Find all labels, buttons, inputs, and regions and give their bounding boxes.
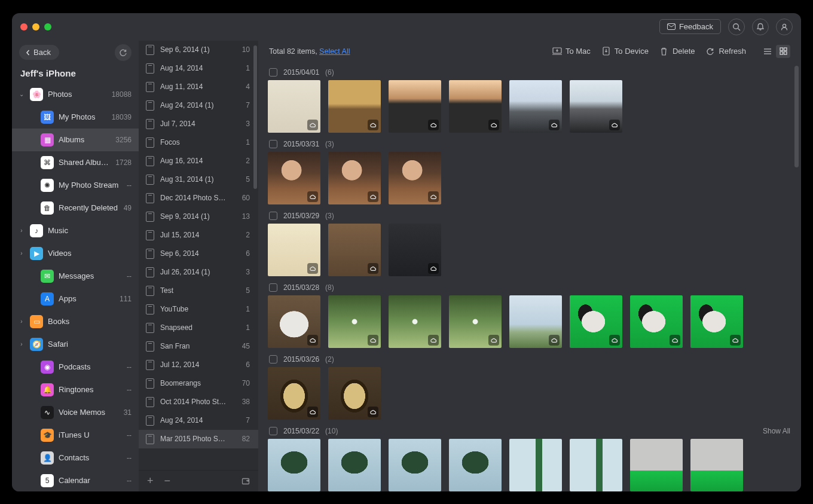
photo-thumbnail[interactable]: [570, 439, 622, 491]
album-item[interactable]: Aug 14, 20141: [139, 59, 258, 78]
gallery-scrollbar-thumb[interactable]: [794, 66, 799, 167]
group-checkbox[interactable]: [269, 283, 277, 292]
remove-album-button[interactable]: −: [164, 475, 171, 486]
photo-thumbnail[interactable]: [268, 367, 320, 420]
album-item[interactable]: Boomerangs70: [139, 374, 258, 393]
nav-item-videos[interactable]: ›▶Videos: [12, 242, 139, 265]
sync-button[interactable]: [115, 44, 132, 61]
photo-thumbnail[interactable]: [328, 295, 381, 348]
nav-item-contacts[interactable]: ·👤Contacts--: [12, 447, 139, 469]
nav-item-safari[interactable]: ›🧭Safari: [12, 333, 139, 356]
list-view-button[interactable]: [760, 45, 775, 58]
photo-thumbnail[interactable]: [328, 224, 381, 276]
photo-thumbnail[interactable]: [389, 152, 441, 204]
albums-scrollbar-thumb[interactable]: [253, 45, 257, 189]
nav-item-stream[interactable]: ✺My Photo Stream--: [12, 174, 139, 197]
nav-item-calendar[interactable]: ·5Calendar--: [12, 469, 139, 491]
photo-thumbnail[interactable]: [268, 295, 320, 348]
albums-scrollbar-track[interactable]: [253, 45, 257, 466]
album-item[interactable]: Aug 11, 20144: [139, 78, 258, 96]
photo-thumbnail[interactable]: [389, 224, 441, 276]
album-item[interactable]: Jul 26, 2014 (1)3: [139, 263, 258, 282]
photo-thumbnail[interactable]: [268, 439, 320, 491]
photo-thumbnail[interactable]: [570, 295, 622, 348]
album-item[interactable]: Focos1: [139, 133, 258, 152]
select-all-link[interactable]: Select All: [319, 47, 350, 56]
add-album-button[interactable]: +: [147, 475, 154, 486]
nav-item-trash[interactable]: 🗑Recently Deleted49: [12, 197, 139, 219]
album-item[interactable]: Sep 6, 2014 (1)10: [139, 41, 258, 59]
photo-thumbnail[interactable]: [449, 295, 502, 348]
photo-thumbnail[interactable]: [449, 80, 502, 133]
photo-thumbnail[interactable]: [268, 80, 320, 133]
photo-thumbnail[interactable]: [389, 80, 441, 133]
group-checkbox[interactable]: [269, 68, 277, 77]
nav-item-photos[interactable]: ⌄🌸Photos18088: [12, 83, 139, 106]
album-item[interactable]: Jul 7, 20143: [139, 115, 258, 133]
nav-item-apps[interactable]: ·AApps111: [12, 288, 139, 310]
photo-thumbnail[interactable]: [328, 80, 381, 133]
album-item[interactable]: Test5: [139, 282, 258, 300]
album-item[interactable]: YouTube1: [139, 300, 258, 319]
to-device-button[interactable]: To Device: [601, 47, 649, 56]
photo-thumbnail[interactable]: [630, 439, 683, 491]
nav-item-my-photos[interactable]: 🖼My Photos18039: [12, 106, 139, 129]
fullscreen-window-button[interactable]: [44, 23, 51, 30]
group-checkbox[interactable]: [269, 140, 277, 148]
photo-thumbnail[interactable]: [690, 439, 743, 491]
photo-thumbnail[interactable]: [328, 367, 381, 420]
photo-thumbnail[interactable]: [630, 295, 683, 348]
album-item[interactable]: Dec 2014 Photo S…60: [139, 189, 258, 207]
show-all-link[interactable]: Show All: [763, 427, 790, 435]
photo-thumbnail[interactable]: [328, 439, 381, 491]
album-item[interactable]: Jul 12, 20146: [139, 356, 258, 374]
photo-thumbnail[interactable]: [268, 224, 320, 276]
album-item[interactable]: Oct 2014 Photo St…38: [139, 393, 258, 411]
delete-button[interactable]: Delete: [659, 47, 695, 56]
export-album-button[interactable]: [242, 476, 250, 485]
album-item[interactable]: Sep 6, 20146: [139, 245, 258, 263]
photo-thumbnail[interactable]: [690, 295, 743, 348]
group-checkbox[interactable]: [269, 355, 277, 364]
album-item[interactable]: San Fran45: [139, 337, 258, 356]
album-item[interactable]: Aug 24, 2014 (1)7: [139, 96, 258, 115]
nav-item-albums[interactable]: ▦Albums3256: [12, 129, 139, 151]
photo-thumbnail[interactable]: [509, 80, 562, 133]
notifications-button[interactable]: [752, 19, 769, 35]
minimize-window-button[interactable]: [32, 23, 39, 30]
album-item[interactable]: Mar 2015 Photo S…82: [139, 430, 258, 448]
nav-item-itunesu[interactable]: ·🎓iTunes U--: [12, 424, 139, 447]
nav-item-ringtones[interactable]: ·🔔Ringtones--: [12, 378, 139, 401]
grid-view-button[interactable]: [776, 45, 790, 58]
photo-thumbnail[interactable]: [509, 439, 562, 491]
search-button[interactable]: [728, 19, 745, 35]
to-mac-button[interactable]: To Mac: [552, 47, 591, 56]
album-item[interactable]: Snapseed1: [139, 319, 258, 337]
photo-thumbnail[interactable]: [268, 152, 320, 204]
album-item[interactable]: Sep 9, 2014 (1)13: [139, 207, 258, 226]
account-button[interactable]: [776, 19, 793, 35]
feedback-button[interactable]: Feedback: [659, 19, 721, 34]
photo-thumbnail[interactable]: [389, 295, 441, 348]
nav-item-voice[interactable]: ·∿Voice Memos31: [12, 401, 139, 424]
nav-item-podcasts[interactable]: ·◉Podcasts--: [12, 356, 139, 378]
photo-thumbnail[interactable]: [389, 439, 441, 491]
refresh-button[interactable]: Refresh: [705, 47, 746, 56]
nav-label: Videos: [48, 249, 127, 258]
album-item[interactable]: Jul 15, 20142: [139, 226, 258, 245]
group-checkbox[interactable]: [269, 212, 277, 220]
album-item[interactable]: Aug 31, 2014 (1)5: [139, 170, 258, 189]
nav-item-shared[interactable]: ⌘Shared Albums1728: [12, 151, 139, 174]
album-item[interactable]: Aug 16, 20142: [139, 152, 258, 170]
nav-item-music[interactable]: ›♪Music: [12, 219, 139, 242]
nav-item-books[interactable]: ›▭Books: [12, 310, 139, 333]
group-checkbox[interactable]: [269, 427, 277, 435]
photo-thumbnail[interactable]: [509, 295, 562, 348]
photo-thumbnail[interactable]: [449, 439, 502, 491]
album-item[interactable]: Aug 24, 20147: [139, 411, 258, 430]
photo-thumbnail[interactable]: [570, 80, 622, 133]
close-window-button[interactable]: [20, 23, 27, 30]
nav-item-messages[interactable]: ·✉Messages--: [12, 265, 139, 288]
photo-thumbnail[interactable]: [328, 152, 381, 204]
back-button[interactable]: Back: [19, 45, 59, 60]
